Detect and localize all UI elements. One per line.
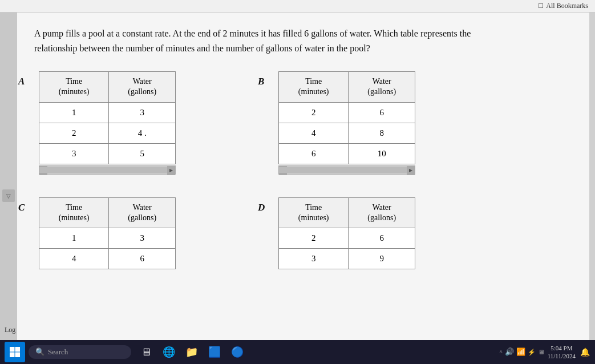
- svg-rect-0: [10, 347, 15, 352]
- table-a-row2-time: 2: [39, 123, 109, 143]
- table-b-row1-water: 6: [349, 102, 415, 123]
- table-b-col2-header: Water(gallons): [349, 72, 415, 102]
- scroll-right-b[interactable]: ▶: [407, 166, 415, 175]
- taskbar: 🔍 Search 🖥 🌐 📁 🟦 🔵 ^ 🔊 📶 ⚡ 🖥 5:04 PM 11/…: [0, 340, 595, 364]
- table-c: Time(minutes) Water(gallons) 1 3 4 6: [39, 197, 176, 269]
- table-row: 4 8: [279, 123, 415, 143]
- table-d-row2-time: 3: [279, 248, 349, 269]
- table-label-a: A: [18, 76, 25, 87]
- table-row: 2 6: [279, 102, 415, 123]
- scrollbar-track-a: [39, 167, 175, 173]
- table-label-b: B: [258, 76, 264, 87]
- table-row: 3 5: [39, 143, 176, 164]
- table-d-row1-time: 2: [279, 228, 349, 248]
- table-b-row3-water: 10: [349, 143, 415, 164]
- table-a: Time(minutes) Water(gallons) 1 3 2 4 . 3: [39, 71, 176, 164]
- system-tray: ^ 🔊 📶 ⚡ 🖥: [500, 347, 544, 357]
- scroll-right-a[interactable]: ▶: [167, 166, 175, 175]
- clock-time: 5:04 PM: [551, 344, 572, 352]
- bookmark-icon: ☐: [538, 2, 544, 10]
- taskbar-icon-edge[interactable]: 🔵: [228, 343, 246, 361]
- screen-icon: 🖥: [538, 349, 544, 355]
- taskbar-icon-folder[interactable]: 📁: [183, 343, 201, 361]
- table-label-d: D: [258, 202, 265, 213]
- table-row: 6 10: [279, 143, 415, 164]
- table-section-d: D Time(minutes) Water(gallons) 2 6 3 9: [274, 197, 479, 269]
- taskbar-icons: 🖥 🌐 📁 🟦 🔵: [137, 343, 246, 361]
- table-d-col2-header: Water(gallons): [349, 197, 415, 228]
- wifi-icon: 📶: [516, 347, 525, 357]
- top-bar: ☐ All Bookmarks: [0, 0, 595, 13]
- table-row: 2 6: [279, 228, 415, 248]
- question-text: A pump fills a pool at a constant rate. …: [34, 26, 502, 55]
- table-c-row1-water: 3: [109, 228, 176, 248]
- taskbar-icon-store[interactable]: 🟦: [205, 343, 224, 361]
- search-label[interactable]: Search: [48, 347, 68, 357]
- table-b: Time(minutes) Water(gallons) 2 6 4 8 6: [278, 71, 415, 164]
- scrollbar-a[interactable]: ◀ ▶: [39, 165, 176, 175]
- bookmarks-label[interactable]: All Bookmarks: [546, 2, 588, 10]
- table-d-row2-water: 9: [349, 248, 415, 269]
- windows-start-button[interactable]: [5, 342, 25, 362]
- scrollbar-track-b: [279, 167, 415, 173]
- speaker-icon: 🔊: [505, 347, 514, 357]
- table-a-row1-water: 3: [109, 102, 176, 123]
- taskbar-right: ^ 🔊 📶 ⚡ 🖥 5:04 PM 11/11/2024 🔔: [500, 344, 590, 361]
- search-icon: 🔍: [35, 347, 44, 357]
- chevron-up-icon[interactable]: ^: [500, 349, 503, 355]
- table-a-row3-time: 3: [39, 143, 109, 164]
- table-row: 1 3: [39, 102, 176, 123]
- table-a-row1-time: 1: [39, 102, 109, 123]
- table-row: 4 6: [39, 248, 176, 269]
- taskbar-search[interactable]: 🔍 Search: [29, 345, 131, 359]
- table-c-row2-water: 6: [109, 248, 176, 269]
- table-section-b: B Time(minutes) Water(gallons) 2 6 4 8: [274, 71, 479, 174]
- table-a-row2-water: 4 .: [109, 123, 176, 143]
- clock[interactable]: 5:04 PM 11/11/2024: [548, 344, 576, 361]
- table-d: Time(minutes) Water(gallons) 2 6 3 9: [278, 197, 415, 269]
- table-row: 2 4 .: [39, 123, 176, 143]
- table-d-row1-water: 6: [349, 228, 415, 248]
- table-c-row2-time: 4: [39, 248, 109, 269]
- tables-grid: A Time(minutes) Water(gallons) 1 3 2 4: [34, 71, 479, 269]
- table-c-col1-header: Time(minutes): [39, 197, 109, 228]
- table-a-row3-water: 5: [109, 143, 176, 164]
- windows-logo-icon: [9, 346, 21, 358]
- table-row: 3 9: [279, 248, 415, 269]
- table-b-row3-time: 6: [279, 143, 349, 164]
- table-d-col1-header: Time(minutes): [279, 197, 349, 228]
- taskbar-icon-browser[interactable]: 🌐: [160, 343, 178, 361]
- table-label-c: C: [18, 202, 25, 213]
- scrollbar-b[interactable]: ◀ ▶: [278, 165, 415, 175]
- table-b-col1-header: Time(minutes): [279, 72, 349, 102]
- svg-rect-2: [10, 353, 15, 358]
- table-b-row2-time: 4: [279, 123, 349, 143]
- svg-rect-3: [15, 353, 21, 358]
- battery-icon: ⚡: [528, 349, 536, 356]
- main-content: A pump fills a pool at a constant rate. …: [17, 13, 589, 340]
- table-a-col2-header: Water(gallons): [109, 72, 176, 102]
- table-c-col2-header: Water(gallons): [109, 197, 176, 228]
- table-section-c: C Time(minutes) Water(gallons) 1 3 4 6: [34, 197, 240, 269]
- sidebar-accent: ▽: [0, 13, 17, 340]
- clock-date: 11/11/2024: [548, 352, 576, 360]
- notification-icon[interactable]: 🔔: [579, 346, 590, 358]
- table-b-row2-water: 8: [349, 123, 415, 143]
- table-row: 1 3: [39, 228, 176, 248]
- table-a-col1-header: Time(minutes): [39, 72, 109, 102]
- taskbar-icon-window[interactable]: 🖥: [137, 343, 155, 361]
- table-section-a: A Time(minutes) Water(gallons) 1 3 2 4: [34, 71, 240, 174]
- table-b-row1-time: 2: [279, 102, 349, 123]
- svg-rect-1: [15, 347, 21, 352]
- sidebar-toggle[interactable]: ▽: [2, 189, 15, 202]
- table-c-row1-time: 1: [39, 228, 109, 248]
